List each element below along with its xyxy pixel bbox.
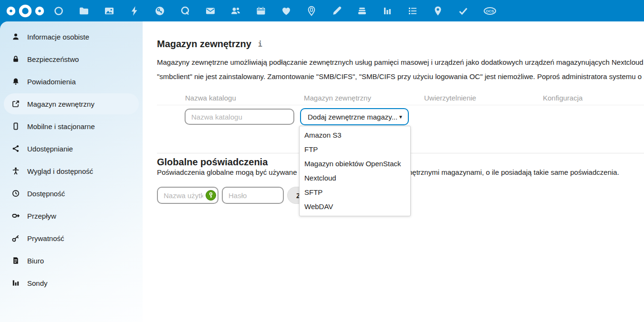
document-icon	[11, 257, 20, 265]
page-title-row: Magazyn zewnętrzny i	[157, 39, 262, 50]
sidebar-item-label: Udostępnianie	[27, 145, 73, 153]
sidebar-item-label: Sondy	[27, 279, 48, 287]
page-title: Magazyn zewnętrzny	[157, 39, 251, 50]
svg-text:OCS: OCS	[486, 9, 494, 13]
username-field-wrap	[157, 187, 218, 204]
user-icon	[11, 33, 20, 41]
storage-backend-dropdown-menu: Amazon S3 FTP Magazyn obiektów OpenStack…	[299, 126, 411, 216]
password-manager-key-icon[interactable]	[206, 190, 216, 201]
dashboard-icon[interactable]	[52, 5, 65, 17]
sidebar-item-label: Dostępność	[27, 190, 65, 198]
mail-icon[interactable]	[204, 5, 217, 17]
sidebar-item-label: Przepływ	[27, 212, 56, 220]
maps-icon[interactable]	[432, 5, 444, 17]
sidebar-item-label: Powiadomienia	[27, 78, 76, 86]
global-credentials-title: Globalne poświadczenia	[157, 157, 268, 168]
add-storage-dropdown-label: Dodaj zewnętrzne magazy...	[308, 113, 397, 121]
calendar-icon[interactable]	[255, 5, 267, 17]
dropdown-option-sftp[interactable]: SFTP	[300, 185, 410, 200]
sidebar-item-label: Informacje osobiste	[27, 33, 89, 41]
search-icon[interactable]	[179, 5, 191, 17]
deck-icon[interactable]	[356, 5, 368, 17]
sidebar-item-label: Prywatność	[27, 234, 64, 242]
analytics-icon[interactable]	[381, 5, 394, 17]
activity-icon[interactable]	[128, 5, 141, 17]
phonetrack-icon[interactable]	[305, 5, 318, 17]
sidebar-item-mobile-desktop[interactable]: Mobilne i stacjonarne	[4, 116, 139, 137]
sidebar-item-label: Bezpieczeństwo	[27, 55, 79, 63]
sidebar-item-flow[interactable]: Przepływ	[4, 205, 139, 226]
external-link-icon	[11, 100, 20, 108]
phone-icon	[11, 122, 20, 131]
files-icon[interactable]	[78, 5, 90, 17]
contacts-icon[interactable]	[229, 5, 242, 17]
lock-icon	[11, 55, 20, 63]
nextcloud-logo-icon[interactable]	[6, 3, 45, 19]
external-storage-intro-text: Magazyny zewnętrzne umożliwiają podłącza…	[157, 58, 644, 66]
notes-icon[interactable]	[331, 5, 343, 17]
add-storage-dropdown-button[interactable]: Dodaj zewnętrzne magazy... ▼	[300, 108, 409, 125]
accessibility-icon	[11, 167, 20, 175]
dropdown-option-webdav[interactable]: WebDAV	[300, 200, 410, 214]
table-header-divider	[157, 105, 644, 105]
clock-icon	[11, 190, 20, 198]
sidebar-item-appearance-accessibility[interactable]: Wygląd i dostępność	[4, 161, 139, 181]
sidebar-item-label: Wygląd i dostępność	[27, 167, 93, 175]
share-icon	[11, 145, 20, 153]
tasks-icon[interactable]	[457, 5, 469, 17]
sidebar-item-label: Biuro	[27, 257, 44, 265]
chevron-down-icon: ▼	[398, 114, 403, 120]
sidebar-item-sharing[interactable]: Udostępnianie	[4, 138, 139, 159]
column-header-folder-name: Nazwa katalogu	[185, 94, 236, 102]
sidebar-item-privacy[interactable]: Prywatność	[4, 228, 139, 249]
chart-icon	[11, 279, 20, 287]
topbar: OCS	[0, 0, 644, 21]
photos-icon[interactable]	[103, 5, 115, 17]
passwords-icon[interactable]	[154, 5, 166, 17]
ocs-icon[interactable]: OCS	[482, 5, 498, 17]
bell-icon	[11, 78, 20, 86]
dropdown-option-openstack[interactable]: Magazyn obiektów OpenStack	[300, 157, 410, 171]
column-header-external-storage: Magazyn zewnętrzny	[304, 94, 371, 102]
storage-table-header: Nazwa katalogu Magazyn zewnętrzny Uwierz…	[143, 94, 644, 104]
dropdown-option-amazon-s3[interactable]: Amazon S3	[300, 128, 410, 142]
sidebar-item-external-storage[interactable]: Magazyn zewnętrzny	[4, 93, 139, 114]
sidebar-item-label: Magazyn zewnętrzny	[27, 100, 94, 108]
info-icon[interactable]: i	[258, 40, 262, 49]
password-input[interactable]	[222, 187, 284, 204]
key-icon	[11, 234, 20, 242]
topbar-app-icons: OCS	[52, 5, 498, 17]
column-header-configuration: Konfiguracja	[543, 94, 582, 102]
dropdown-option-nextcloud[interactable]: Nextcloud	[300, 171, 410, 185]
dropdown-option-ftp[interactable]: FTP	[300, 142, 410, 157]
sidebar-item-security[interactable]: Bezpieczeństwo	[4, 49, 139, 70]
health-icon[interactable]	[280, 5, 292, 17]
sidebar-item-label: Mobilne i stacjonarne	[27, 122, 95, 131]
sidebar-item-surveys[interactable]: Sondy	[4, 272, 139, 293]
list-icon[interactable]	[406, 5, 419, 17]
folder-name-input[interactable]	[185, 109, 294, 125]
sidebar-item-notifications[interactable]: Powiadomienia	[4, 71, 139, 92]
sidebar-item-personal-info[interactable]: Informacje osobiste	[4, 26, 139, 47]
app-layout: Informacje osobiste Bezpieczeństwo Powia…	[0, 21, 644, 322]
workflow-icon	[11, 212, 20, 220]
sidebar-item-office[interactable]: Biuro	[4, 250, 139, 271]
column-header-authentication: Uwierzytelnienie	[424, 94, 476, 102]
settings-main-content: Magazyn zewnętrzny i Magazyny zewnętrzne…	[143, 21, 644, 322]
settings-sidebar: Informacje osobiste Bezpieczeństwo Powia…	[0, 21, 143, 322]
sidebar-item-availability[interactable]: Dostępność	[4, 183, 139, 204]
smbclient-warning-text: "smbclient" nie jest zainstalowany. Zamo…	[157, 72, 644, 80]
